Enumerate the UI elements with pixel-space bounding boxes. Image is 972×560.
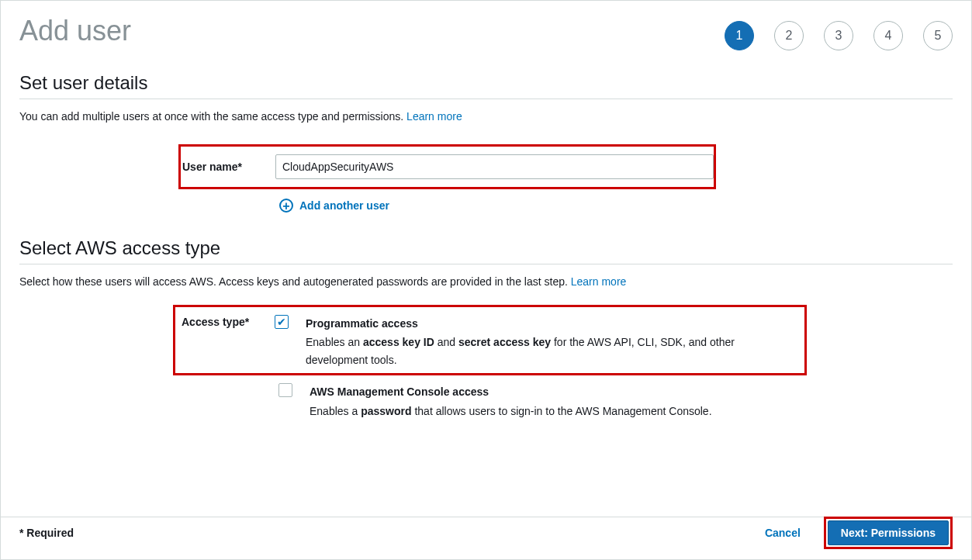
section1-help: You can add multiple users at once with … — [19, 110, 953, 123]
console-access-checkbox[interactable] — [278, 383, 292, 397]
section2-help-text: Select how these users will access AWS. … — [19, 275, 571, 288]
username-label: User name* — [182, 161, 275, 173]
add-another-user-button[interactable]: + Add another user — [279, 199, 953, 213]
section-heading-access-type: Select AWS access type — [19, 237, 953, 259]
divider — [19, 264, 953, 264]
next-button-highlight: Next: Permissions — [824, 517, 953, 549]
learn-more-link-1[interactable]: Learn more — [406, 110, 462, 123]
cancel-button[interactable]: Cancel — [765, 527, 801, 539]
required-legend: * Required — [19, 527, 74, 539]
divider — [19, 99, 953, 99]
programmatic-access-title: Programmatic access — [306, 315, 798, 332]
step-5[interactable]: 5 — [923, 21, 953, 50]
step-4[interactable]: 4 — [873, 21, 903, 50]
section-heading-user-details: Set user details — [19, 72, 953, 94]
username-highlight: User name* — [178, 144, 716, 189]
step-2[interactable]: 2 — [774, 21, 804, 50]
check-icon: ✔ — [277, 316, 286, 328]
wizard-steps: 1 2 3 4 5 — [725, 15, 953, 50]
plus-circle-icon: + — [279, 199, 293, 213]
learn-more-link-2[interactable]: Learn more — [571, 275, 627, 288]
console-access-title: AWS Management Console access — [310, 383, 801, 400]
next-permissions-button[interactable]: Next: Permissions — [828, 520, 949, 545]
section1-help-text: You can add multiple users at once with … — [19, 110, 406, 123]
page-title: Add user — [19, 15, 131, 47]
programmatic-access-desc: Enables an access key ID and secret acce… — [306, 334, 798, 368]
programmatic-access-checkbox[interactable]: ✔ — [275, 315, 289, 329]
console-access-desc: Enables a password that allows users to … — [310, 403, 801, 420]
access-type-highlight: Access type* ✔ Programmatic access Enabl… — [173, 305, 807, 375]
access-type-label: Access type* — [182, 315, 275, 328]
step-1[interactable]: 1 — [725, 21, 754, 50]
step-3[interactable]: 3 — [824, 21, 853, 50]
username-input[interactable] — [275, 154, 714, 179]
add-another-label: Add another user — [299, 199, 389, 212]
section2-help: Select how these users will access AWS. … — [19, 275, 953, 288]
